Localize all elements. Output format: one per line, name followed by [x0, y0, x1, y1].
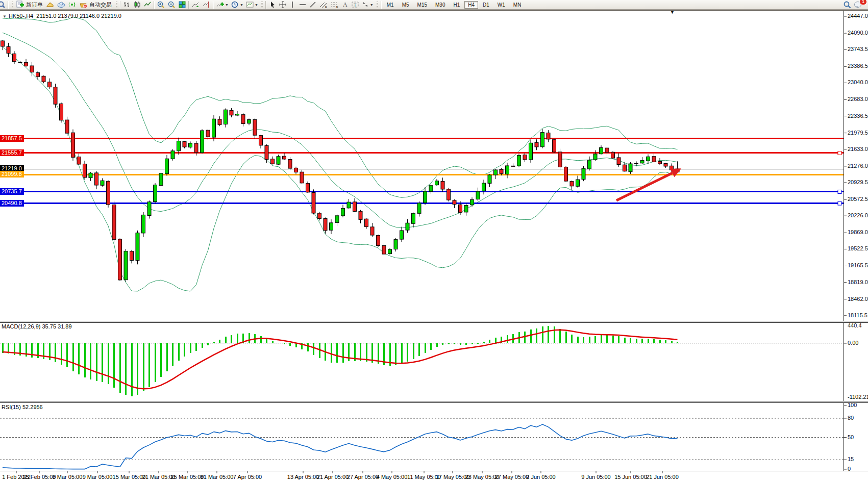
rsi-panel-splitter[interactable] — [0, 401, 868, 403]
candle-body — [124, 251, 128, 280]
timeframe-M30[interactable]: M30 — [432, 1, 449, 9]
rsi-value: 52.2956 — [22, 404, 43, 410]
toolbar-grip[interactable] — [261, 2, 263, 8]
candle-body — [535, 142, 538, 147]
macd-histogram-bar — [430, 343, 432, 350]
new-order-icon[interactable] — [15, 1, 26, 9]
candle-body — [617, 158, 621, 165]
timeframe-M1[interactable]: M1 — [383, 1, 398, 9]
candle-body — [324, 219, 327, 231]
line-handle[interactable] — [838, 201, 841, 205]
macd-histogram-bar — [630, 338, 631, 343]
macd-histogram-bar — [19, 343, 21, 356]
candle-body — [154, 185, 157, 202]
candle-body — [212, 119, 216, 137]
notifications-chat-icon[interactable]: 1 — [853, 1, 864, 9]
chart-shift-marker-icon[interactable]: ▼ — [670, 10, 675, 15]
line-handle[interactable] — [838, 190, 841, 193]
candle-body — [7, 46, 10, 53]
macd-histogram-bar — [636, 339, 637, 343]
macd-histogram-bar — [319, 343, 320, 358]
autotrade-icon[interactable] — [78, 1, 89, 9]
candle-body — [523, 155, 527, 160]
trendline-tool-icon[interactable] — [308, 1, 318, 9]
tile-windows-icon[interactable] — [177, 1, 187, 9]
macd-panel-splitter[interactable] — [0, 321, 868, 323]
candle-body — [553, 140, 556, 152]
text-tool-icon[interactable]: A — [340, 1, 350, 9]
templates-menu-icon[interactable]: ▼ — [244, 1, 259, 9]
svg-text:T: T — [354, 3, 357, 8]
trend-arrow-line[interactable] — [616, 173, 672, 200]
search-icon[interactable] — [842, 1, 853, 9]
terminal-icon[interactable] — [56, 1, 67, 9]
candle-body — [482, 183, 486, 191]
new-order-button[interactable]: 新订单 — [26, 1, 45, 9]
price-tick-label: 20929.5 — [848, 179, 868, 185]
cursor-tool-icon[interactable] — [267, 1, 278, 9]
one-click-trading-collapse-icon[interactable]: ▼ — [3, 14, 7, 19]
macd-histogram-bar — [559, 329, 561, 343]
toolbar-separator — [8, 1, 9, 9]
line-handle[interactable] — [838, 151, 841, 155]
market-watch-icon[interactable] — [0, 1, 7, 9]
auto-scroll-icon[interactable] — [190, 1, 201, 9]
candle-body — [335, 216, 339, 223]
candle-body — [107, 181, 110, 205]
price-tick-label: 18819.0 — [848, 279, 868, 285]
timeframe-M5[interactable]: M5 — [399, 1, 413, 9]
timeframe-D1[interactable]: D1 — [479, 1, 493, 9]
periods-menu-icon[interactable]: ▼ — [230, 1, 244, 9]
macd-histogram-bar — [8, 343, 9, 353]
zoom-in-icon[interactable] — [156, 1, 166, 9]
timeframe-H4[interactable]: H4 — [464, 1, 478, 9]
candle-body — [95, 173, 98, 185]
macd-scale-min: -1102.21 — [848, 394, 868, 400]
chart-profiles-icon[interactable] — [45, 1, 56, 9]
toolbar-grip[interactable] — [12, 2, 13, 8]
candle-body — [18, 62, 22, 63]
candlestick-mode-icon[interactable] — [132, 1, 142, 9]
trend-arrow-head[interactable] — [670, 168, 681, 177]
fibonacci-tool-icon[interactable]: F — [329, 1, 340, 9]
zoom-out-icon[interactable] — [166, 1, 177, 9]
macd-histogram-bar — [418, 343, 420, 356]
horizontal-line-tool-icon[interactable] — [297, 1, 308, 9]
channel-tool-icon[interactable]: E — [318, 1, 329, 9]
candle-body — [476, 191, 480, 199]
candle-body — [230, 110, 233, 115]
macd-histogram-bar — [436, 343, 438, 347]
price-tick-label: 18462.0 — [848, 296, 868, 302]
candle-body — [177, 141, 181, 151]
timeframe-M15[interactable]: M15 — [414, 1, 431, 9]
macd-histogram-bar — [542, 326, 543, 343]
bar-chart-mode-icon[interactable] — [122, 1, 132, 9]
autotrade-button[interactable]: 自动交易 — [89, 1, 114, 9]
time-tick-label: 9 Mar 05:00 — [83, 474, 113, 480]
macd-histogram-bar — [178, 343, 180, 361]
timeframe-H1[interactable]: H1 — [450, 1, 463, 9]
time-axis-separator — [0, 471, 868, 471]
vertical-line-tool-icon[interactable] — [288, 1, 297, 9]
macd-histogram-bar — [43, 343, 44, 359]
candle-body — [494, 170, 498, 175]
arrows-tool-icon[interactable]: ▼ — [360, 1, 375, 9]
macd-histogram-bar — [413, 343, 414, 359]
level-price-tag: 21857.5 — [0, 135, 24, 142]
time-tick-label: 23 May 05:00 — [465, 474, 500, 480]
chart-shift-icon[interactable] — [201, 1, 212, 9]
candle-body — [294, 168, 298, 172]
crosshair-tool-icon[interactable] — [278, 1, 288, 9]
chart-window-top-border — [0, 10, 868, 11]
indicators-menu-icon[interactable]: ▼ — [215, 1, 230, 9]
chart-canvas[interactable] — [0, 0, 868, 482]
line-chart-mode-icon[interactable] — [142, 1, 153, 9]
toolbar-grip[interactable] — [377, 2, 378, 8]
candle-body — [189, 143, 192, 147]
timeframe-W1[interactable]: W1 — [494, 1, 509, 9]
text-label-tool-icon[interactable]: T — [350, 1, 360, 9]
signals-icon[interactable] — [67, 1, 78, 9]
candle-body — [224, 110, 228, 124]
timeframe-MN[interactable]: MN — [510, 1, 525, 9]
toolbar-grip[interactable] — [116, 2, 117, 8]
